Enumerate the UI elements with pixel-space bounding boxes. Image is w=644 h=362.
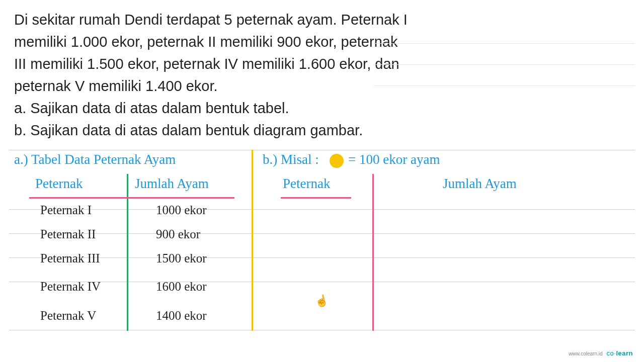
footer-brand-light: co· (607, 349, 616, 357)
a-row-4-name: Peternak IV (40, 280, 101, 294)
ruled-line (9, 233, 635, 234)
ruled-line (373, 85, 635, 86)
ruled-line (9, 257, 635, 258)
a-row-1-name: Peternak I (40, 203, 92, 217)
ruled-line (9, 282, 635, 282)
ruled-line (373, 64, 635, 65)
b-header-peternak: Peternak (283, 176, 330, 192)
footer-brand-bold: learn (616, 349, 633, 357)
a-row-2-value: 900 ekor (156, 227, 200, 241)
a-title-text: Tabel Data Peternak Ayam (31, 152, 176, 167)
a-row-1-value: 1000 ekor (156, 203, 207, 217)
problem-sub-a: a. Sajikan data di atas dalam bentuk tab… (14, 98, 630, 119)
a-row-5-value: 1400 ekor (156, 309, 207, 323)
handwritten-work-area: a.) Tabel Data Peternak Ayam Peternak Ju… (0, 150, 644, 346)
separator-pink-b-header (281, 197, 351, 199)
footer: www.colearn.id co·learn (569, 349, 633, 357)
a-row-2-name: Peternak II (40, 227, 96, 241)
separator-pink-b-vertical (372, 174, 374, 331)
problem-statement: Di sekitar rumah Dendi terdapat 5 petern… (0, 0, 644, 146)
footer-url: www.colearn.id (569, 351, 602, 356)
ruled-line (9, 330, 635, 330)
b-title: b.) Misal : (263, 152, 319, 167)
problem-line-1: Di sekitar rumah Dendi terdapat 5 petern… (14, 9, 630, 30)
separator-pink-a (29, 197, 234, 199)
footer-brand: co·learn (607, 349, 633, 357)
a-row-3-value: 1500 ekor (156, 251, 207, 265)
a-label: a.) (14, 152, 28, 167)
problem-line-4: peternak V memiliki 1.400 ekor. (14, 75, 630, 97)
ruled-line (9, 150, 635, 150)
a-title: a.) Tabel Data Peternak Ayam (14, 152, 176, 167)
problem-sub-b: b. Sajikan data di atas dalam bentuk dia… (14, 120, 630, 141)
a-row-5-name: Peternak V (40, 309, 96, 323)
ruled-line (9, 209, 635, 210)
b-misal: Misal : (281, 152, 319, 167)
legend-dot-icon (330, 154, 344, 168)
ruled-line (373, 43, 635, 44)
a-row-3-name: Peternak III (40, 251, 100, 265)
problem-line-2: memiliki 1.000 ekor, peternak II memilik… (14, 31, 630, 52)
b-label: b.) (263, 152, 277, 167)
b-header-jumlah: Jumlah Ayam (443, 176, 517, 192)
a-row-4-value: 1600 ekor (156, 280, 207, 294)
a-header-jumlah: Jumlah Ayam (135, 176, 209, 192)
a-header-peternak: Peternak (35, 176, 83, 192)
b-legend-eq: = 100 ekor ayam (348, 152, 440, 167)
cursor-hand-icon: ☝ (314, 294, 330, 309)
separator-yellow (252, 150, 253, 331)
